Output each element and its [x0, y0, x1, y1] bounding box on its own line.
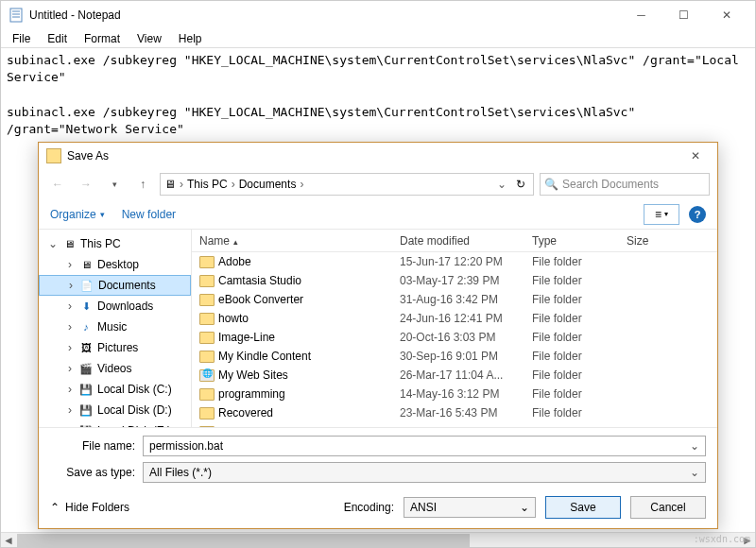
chevron-right-icon[interactable]: › — [65, 258, 75, 271]
chevron-right-icon[interactable]: › — [65, 300, 75, 313]
menu-edit[interactable]: Edit — [40, 30, 75, 47]
file-date: 26-Mar-17 11:04 A... — [400, 368, 532, 382]
breadcrumb-dropdown-icon[interactable]: ⌄ — [493, 178, 510, 191]
file-row[interactable]: howto24-Jun-16 12:41 PMFile folder — [192, 309, 717, 328]
file-type: File folder — [532, 406, 627, 420]
folder-icon — [199, 351, 215, 363]
pc-icon: 🖥 — [164, 178, 176, 191]
file-type: File folder — [532, 387, 627, 401]
file-row[interactable]: eBook Converter31-Aug-16 3:42 PMFile fol… — [192, 290, 717, 309]
chevron-right-icon[interactable]: › — [65, 320, 75, 334]
file-row[interactable]: Recovered23-Mar-16 5:43 PMFile folder — [192, 403, 717, 422]
column-headers: Name▴ Date modified Type Size — [192, 230, 717, 252]
folder-icon — [199, 294, 215, 306]
horizontal-scrollbar[interactable]: ◄ ► — [1, 532, 755, 547]
back-button[interactable]: ← — [46, 173, 69, 196]
hide-folders-button[interactable]: ⌃ Hide Folders — [50, 501, 129, 514]
close-button[interactable]: ✕ — [705, 2, 747, 28]
notepad-icon — [9, 8, 24, 23]
breadcrumb-folder[interactable]: Documents — [239, 178, 297, 191]
menu-file[interactable]: File — [5, 30, 38, 47]
dialog-titlebar: Save As ✕ — [39, 143, 717, 169]
recent-dropdown-icon[interactable]: ▾ — [103, 173, 126, 196]
help-button[interactable]: ? — [689, 206, 706, 223]
scroll-thumb[interactable] — [17, 534, 470, 547]
file-row[interactable]: My Kindle Content30-Sep-16 9:01 PMFile f… — [192, 347, 717, 366]
organize-menu[interactable]: Organize ▾ — [50, 208, 105, 221]
file-type: File folder — [532, 293, 627, 306]
file-row[interactable]: My Web Sites26-Mar-17 11:04 A...File fol… — [192, 366, 717, 385]
tree-videos[interactable]: ›🎬Videos — [39, 358, 191, 379]
chevron-right-icon[interactable]: › — [66, 279, 76, 292]
tree-disk-c[interactable]: ›💾Local Disk (C:) — [39, 379, 191, 400]
videos-icon: 🎬 — [78, 361, 94, 376]
up-button[interactable]: ↑ — [131, 173, 154, 196]
column-type[interactable]: Type — [532, 234, 627, 248]
file-rows: Adobe15-Jun-17 12:20 PMFile folderCamtas… — [192, 252, 717, 427]
tree-pictures[interactable]: ›🖼Pictures — [39, 337, 191, 358]
minimize-button[interactable]: ─ — [620, 2, 662, 28]
desktop-icon: 🖥 — [78, 257, 94, 272]
file-row[interactable]: programming14-May-16 3:12 PMFile folder — [192, 385, 717, 403]
list-icon: ≡ — [655, 208, 662, 221]
column-name[interactable]: Name▴ — [192, 234, 400, 248]
tree-music[interactable]: ›♪Music — [39, 317, 191, 337]
file-name: Camtasia Studio — [218, 274, 301, 287]
filename-input[interactable]: ⌄ — [143, 436, 706, 456]
encoding-select[interactable]: ANSI ⌄ — [404, 497, 536, 518]
chevron-right-icon[interactable]: › — [65, 362, 75, 375]
file-type: File folder — [532, 350, 627, 363]
menu-help[interactable]: Help — [171, 30, 210, 47]
encoding-label: Encoding: — [344, 501, 394, 514]
chevron-down-icon: ▾ — [664, 210, 668, 218]
scroll-left-icon[interactable]: ◄ — [1, 533, 16, 548]
file-name: Recovered — [218, 406, 273, 420]
file-list-pane: Name▴ Date modified Type Size Adobe15-Ju… — [192, 230, 717, 427]
cancel-button[interactable]: Cancel — [630, 496, 706, 519]
save-type-select[interactable]: All Files (*.*) ⌄ — [143, 462, 706, 483]
search-input[interactable]: 🔍 Search Documents — [540, 173, 710, 196]
breadcrumb[interactable]: 🖥 › This PC › Documents › ⌄ ↻ — [160, 173, 534, 196]
file-name: programming — [218, 387, 285, 401]
breadcrumb-root[interactable]: This PC — [187, 178, 228, 191]
dialog-close-button[interactable]: ✕ — [681, 145, 710, 167]
disk-icon: 💾 — [78, 382, 94, 397]
file-date: 23-Mar-16 5:43 PM — [400, 406, 532, 420]
file-row[interactable]: Adobe15-Jun-17 12:20 PMFile folder — [192, 252, 717, 271]
file-row[interactable]: Camtasia Studio03-May-17 2:39 PMFile fol… — [192, 271, 717, 290]
chevron-right-icon[interactable]: › — [65, 403, 75, 417]
view-mode-button[interactable]: ≡ ▾ — [644, 204, 679, 225]
tree-downloads[interactable]: ›⬇Downloads — [39, 296, 191, 317]
menu-format[interactable]: Format — [77, 30, 128, 47]
column-size[interactable]: Size — [627, 234, 717, 248]
search-placeholder: Search Documents — [562, 178, 659, 191]
folder-icon — [199, 388, 215, 401]
dialog-body: ⌄ 🖥 This PC ›🖥Desktop ›📄Documents ›⬇Down… — [39, 230, 717, 427]
tree-disk-d[interactable]: ›💾Local Disk (D:) — [39, 400, 191, 420]
toolbar: Organize ▾ New folder ≡ ▾ ? — [39, 199, 717, 230]
forward-button[interactable]: → — [75, 173, 97, 196]
column-date[interactable]: Date modified — [400, 234, 532, 248]
file-date: 15-Jun-17 12:20 PM — [400, 255, 532, 268]
tree-documents[interactable]: ›📄Documents — [39, 275, 191, 296]
tree-disk-e[interactable]: ›💾Local Disk (E:) — [39, 420, 191, 427]
save-button[interactable]: Save — [545, 496, 621, 519]
chevron-down-icon[interactable]: ⌄ — [690, 439, 699, 453]
file-type: File folder — [532, 368, 627, 382]
file-row[interactable]: Image-Line20-Oct-16 3:03 PMFile folder — [192, 328, 717, 347]
filename-field[interactable] — [149, 439, 690, 453]
folder-icon — [199, 369, 215, 382]
refresh-icon[interactable]: ↻ — [512, 178, 529, 191]
new-folder-button[interactable]: New folder — [122, 208, 176, 221]
chevron-right-icon[interactable]: › — [65, 341, 75, 354]
chevron-right-icon[interactable]: › — [65, 383, 75, 396]
menu-view[interactable]: View — [129, 30, 169, 47]
maximize-button[interactable]: ☐ — [662, 2, 705, 28]
chevron-down-icon: ⌄ — [690, 466, 699, 479]
chevron-down-icon[interactable]: ⌄ — [48, 237, 58, 250]
tree-this-pc[interactable]: ⌄ 🖥 This PC — [39, 233, 191, 254]
tree-desktop[interactable]: ›🖥Desktop — [39, 254, 191, 275]
pc-icon: 🖥 — [61, 236, 77, 251]
chevron-right-icon: › — [230, 178, 237, 191]
file-date: 03-May-17 2:39 PM — [400, 274, 532, 287]
